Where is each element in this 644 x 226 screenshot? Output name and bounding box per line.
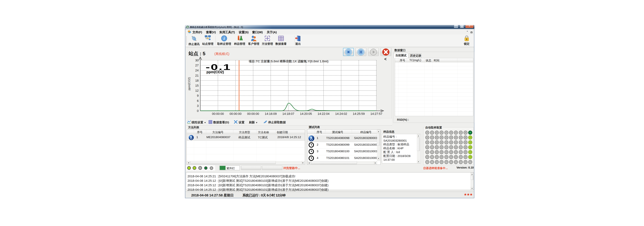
svg-text:15: 15 <box>195 84 199 87</box>
svg-text:12: 12 <box>195 89 199 92</box>
svg-text:27: 27 <box>195 64 199 67</box>
svg-text:3: 3 <box>197 104 199 108</box>
svg-text:18: 18 <box>195 79 199 82</box>
svg-text:24: 24 <box>195 69 199 72</box>
svg-text:9: 9 <box>197 94 199 97</box>
svg-text:i: i <box>224 36 225 41</box>
svg-text:6: 6 <box>197 99 199 103</box>
svg-text:21: 21 <box>195 74 199 77</box>
svg-text:30: 30 <box>195 59 199 62</box>
svg-text:0: 0 <box>197 109 199 113</box>
